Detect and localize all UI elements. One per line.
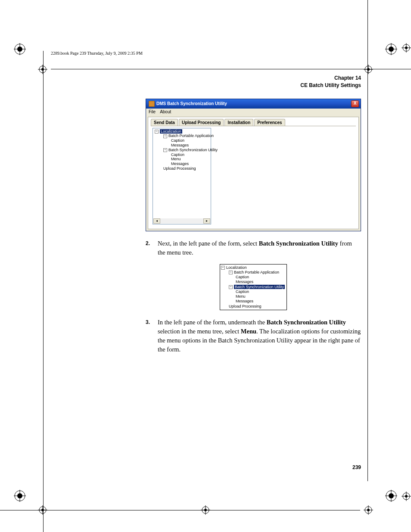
step-text: In the left pane of the form, underneath… bbox=[158, 318, 361, 354]
mini-row-menu: Menu bbox=[221, 294, 286, 299]
titlebar: DMS Batch Synchronization Utility X bbox=[146, 99, 361, 109]
svg-point-39 bbox=[405, 47, 408, 49]
tab-bar: Send Data Upload Processing Installation… bbox=[148, 117, 358, 126]
crop-line bbox=[367, 0, 368, 481]
scroll-right-button[interactable]: ▸ bbox=[203, 218, 210, 224]
tree-scrollbar: ◂ ▸ bbox=[153, 218, 210, 224]
mini-row-caption: Caption bbox=[221, 275, 286, 280]
mini-row-messages2: Messages bbox=[221, 299, 286, 304]
chapter-number: Chapter 14 bbox=[51, 75, 361, 82]
window-title: DMS Batch Synchronization Utility bbox=[156, 101, 349, 106]
mini-row-bsu: −Batch Synchronization Utility bbox=[221, 285, 286, 289]
crop-line bbox=[0, 510, 360, 510]
collapse-icon: − bbox=[221, 266, 225, 270]
close-button[interactable]: X bbox=[351, 100, 359, 107]
menubar: File About bbox=[146, 109, 361, 115]
chapter-header: Chapter 14 CE Batch Utility Settings bbox=[51, 75, 361, 89]
tab-upload-processing[interactable]: Upload Processing bbox=[179, 119, 224, 126]
windows-dialog: DMS Batch Synchronization Utility X File… bbox=[146, 99, 361, 231]
svg-point-31 bbox=[367, 509, 370, 511]
crop-mark-tl bbox=[14, 43, 26, 55]
tree-row-localization[interactable]: −Localization bbox=[154, 129, 210, 134]
tree-pane: −Localization −Batch Portable Applicatio… bbox=[153, 128, 211, 224]
crop-mark-br bbox=[385, 490, 397, 502]
reg-mark-icon bbox=[402, 43, 411, 53]
collapse-icon[interactable]: − bbox=[155, 130, 159, 134]
tree-row-messages2[interactable]: Messages bbox=[154, 162, 210, 166]
crop-mark-bl bbox=[14, 490, 26, 502]
reg-mark-icon bbox=[364, 65, 373, 74]
tree-row-menu[interactable]: Menu bbox=[154, 157, 210, 162]
scroll-track[interactable] bbox=[160, 218, 203, 224]
menu-file[interactable]: File bbox=[149, 109, 156, 114]
tab-send-data[interactable]: Send Data bbox=[151, 119, 178, 126]
collapse-icon: − bbox=[229, 285, 233, 289]
crop-mark-tr bbox=[385, 43, 397, 55]
tab-preferences[interactable]: Preferences bbox=[254, 119, 285, 126]
chapter-title: CE Batch Utility Settings bbox=[51, 82, 361, 89]
book-meta-line: 2289.book Page 239 Thursday, July 9, 200… bbox=[51, 51, 361, 56]
svg-point-19 bbox=[41, 68, 44, 71]
mini-row-caption2: Caption bbox=[221, 289, 286, 294]
menu-about[interactable]: About bbox=[160, 109, 171, 114]
page-content: 2289.book Page 239 Thursday, July 9, 200… bbox=[51, 51, 361, 354]
tab-content: −Localization −Batch Portable Applicatio… bbox=[151, 126, 356, 226]
svg-point-43 bbox=[405, 495, 408, 498]
tree-row-messages[interactable]: Messages bbox=[154, 143, 210, 148]
mini-row-upload: Upload Processing bbox=[221, 304, 286, 309]
collapse-icon: − bbox=[229, 271, 233, 274]
mini-row-localization: −Localization bbox=[221, 265, 286, 270]
reg-mark-icon bbox=[364, 505, 373, 515]
tree-row-caption2[interactable]: Caption bbox=[154, 152, 210, 157]
app-icon bbox=[149, 101, 155, 107]
step-text: Next, in the left pane of the form, sele… bbox=[158, 239, 361, 257]
mini-row-bpa: −Batch Portable Application bbox=[221, 270, 286, 275]
step-2: 2. Next, in the left pane of the form, s… bbox=[146, 239, 361, 257]
scroll-left-button[interactable]: ◂ bbox=[153, 218, 160, 224]
mini-tree-figure: −Localization −Batch Portable Applicatio… bbox=[220, 264, 287, 310]
collapse-icon[interactable]: − bbox=[163, 134, 167, 138]
tab-installation[interactable]: Installation bbox=[224, 119, 253, 126]
dialog-body: Send Data Upload Processing Installation… bbox=[148, 117, 359, 229]
mini-row-messages: Messages bbox=[221, 280, 286, 284]
crop-line bbox=[43, 51, 44, 532]
tree-row-bsu[interactable]: −Batch Synchronization Utility bbox=[154, 148, 210, 152]
tree-row-upload[interactable]: Upload Processing bbox=[154, 166, 210, 171]
reg-mark-icon bbox=[38, 65, 47, 74]
page-number: 239 bbox=[352, 464, 361, 470]
reg-mark-icon bbox=[402, 492, 411, 501]
tree-row-bpa[interactable]: −Batch Portable Application bbox=[154, 134, 210, 138]
step-number: 2. bbox=[146, 239, 152, 257]
step-3: 3. In the left pane of the form, underne… bbox=[146, 318, 361, 354]
collapse-icon[interactable]: − bbox=[163, 148, 167, 152]
step-number: 3. bbox=[146, 318, 152, 354]
tree-row-caption[interactable]: Caption bbox=[154, 138, 210, 143]
